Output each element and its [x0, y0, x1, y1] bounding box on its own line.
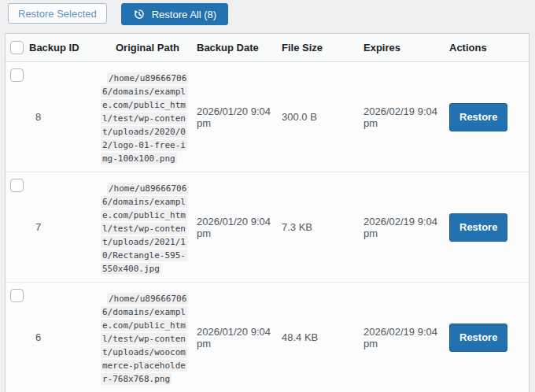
restore-button[interactable]: Restore: [449, 324, 507, 352]
actions-cell: Restore: [449, 324, 529, 352]
header-checkbox-cell: [6, 41, 29, 54]
expires-value: 2026/02/19 9:04 pm: [361, 326, 449, 349]
original-path-value: /home/u896667066/domains/example.com/pub…: [101, 293, 188, 385]
file-size-value: 300.0 B: [279, 111, 361, 123]
table-header-row: Backup ID Original Path Backup Date File…: [6, 34, 529, 62]
file-size-value: 48.4 KB: [279, 331, 361, 343]
actions-cell: Restore: [449, 213, 529, 242]
backup-date-value: 2026/01/20 9:04 pm: [194, 105, 279, 129]
toolbar: Restore Selected Restore All (8): [8, 3, 228, 25]
original-path-value: /home/u896667066/domains/example.com/pub…: [101, 72, 188, 165]
expires-value: 2026/02/19 9:04 pm: [361, 216, 449, 239]
header-actions: Actions: [449, 42, 529, 54]
file-size-value: 7.3 KB: [279, 221, 361, 233]
row-checkbox-cell: [6, 172, 29, 192]
original-path-cell: /home/u896667066/domains/example.com/pub…: [94, 283, 194, 386]
backup-id-value: 7: [29, 221, 94, 233]
header-original-path: Original Path: [94, 42, 194, 54]
table-row: 6 /home/u896667066/domains/example.com/p…: [6, 283, 529, 392]
expires-value: 2026/02/19 9:04 pm: [361, 105, 449, 129]
restore-button[interactable]: Restore: [449, 103, 507, 131]
header-backup-date: Backup Date: [194, 42, 279, 54]
header-expires: Expires: [361, 42, 449, 54]
table-row: 8 /home/u896667066/domains/example.com/p…: [6, 62, 529, 172]
history-icon: [133, 8, 146, 20]
backup-date-value: 2026/01/20 9:04 pm: [194, 216, 279, 239]
row-checkbox[interactable]: [10, 179, 24, 192]
header-file-size: File Size: [279, 42, 361, 54]
actions-cell: Restore: [449, 103, 529, 131]
original-path-cell: /home/u896667066/domains/example.com/pub…: [94, 172, 194, 276]
row-checkbox-cell: [6, 62, 29, 82]
backup-id-value: 6: [29, 331, 94, 343]
original-path-cell: /home/u896667066/domains/example.com/pub…: [94, 62, 194, 165]
backups-table: Backup ID Original Path Backup Date File…: [5, 33, 529, 392]
backup-id-value: 8: [29, 111, 94, 123]
restore-all-button[interactable]: Restore All (8): [121, 3, 228, 25]
header-backup-id: Backup ID: [29, 42, 94, 54]
row-checkbox[interactable]: [10, 68, 24, 82]
original-path-value: /home/u896667066/domains/example.com/pub…: [101, 183, 188, 275]
backup-date-value: 2026/01/20 9:04 pm: [194, 326, 279, 349]
row-checkbox-cell: [6, 283, 29, 302]
restore-button[interactable]: Restore: [449, 213, 507, 242]
table-row: 7 /home/u896667066/domains/example.com/p…: [6, 172, 529, 283]
restore-selected-button[interactable]: Restore Selected: [8, 3, 107, 24]
restore-all-label: Restore All (8): [152, 9, 216, 20]
row-checkbox[interactable]: [10, 289, 24, 302]
select-all-checkbox[interactable]: [10, 41, 24, 54]
